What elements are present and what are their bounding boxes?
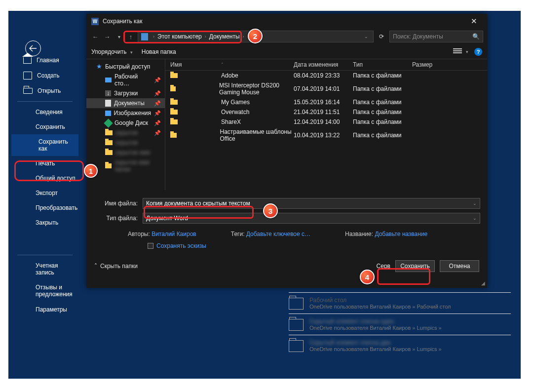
nav-options[interactable]: Параметры (8, 302, 81, 317)
tree-label: Загрузки (114, 90, 138, 97)
file-row[interactable]: My Games15.05.2019 16:14Папка с файлами (165, 97, 487, 107)
nav-open[interactable]: Открыть (8, 83, 81, 98)
new-folder-button[interactable]: Новая папка (142, 48, 176, 55)
chevron-down-icon[interactable]: ⌄ (473, 201, 477, 206)
recent-list: Рабочий столOneDrive пользователя Витали… (289, 285, 521, 356)
hide-folders-button[interactable]: ˄Скрыть папки (94, 263, 138, 270)
nav-feedback[interactable]: Отзывы и предложения (8, 280, 81, 302)
nav-label: Открыть (38, 87, 61, 94)
chevron-up-icon: ˄ (94, 263, 97, 270)
filename-input[interactable]: Копия документа со скрытым текстом⌄ (143, 198, 480, 209)
nav-label: Закрыть (36, 219, 58, 226)
dialog-titlebar: W Сохранить как ✕ (86, 14, 487, 29)
search-input[interactable]: Поиск: Документы 🔍 (389, 31, 483, 42)
nav-save-as[interactable]: Сохранить как (11, 134, 78, 156)
col-size[interactable]: Размер (412, 61, 447, 68)
tags-value[interactable]: Добавьте ключевое с… (246, 231, 310, 237)
breadcrumb-pc[interactable]: Этот компьютер (157, 33, 202, 40)
title-label: Название: (345, 231, 373, 237)
authors-value[interactable]: Виталий Каиров (152, 231, 196, 237)
nav-info[interactable]: Сведения (8, 105, 81, 119)
tree-documents[interactable]: Документы📌 (86, 98, 165, 108)
chevron-right-icon: › (241, 34, 246, 39)
address-bar[interactable]: › Этот компьютер › Документы › ⌄ (138, 31, 374, 42)
recent-item[interactable]: Скрытый элемент списка одинOneDrive поль… (289, 314, 511, 335)
file-row[interactable]: Adobe08.04.2019 23:33Папка с файлами (165, 71, 487, 80)
folder-icon (170, 73, 178, 78)
nav-label: Создать (37, 72, 60, 79)
save-form: Имя файла: Копия документа со скрытым те… (86, 190, 487, 254)
file-row[interactable]: Настраиваемые шаблоны Office10.04.2019 1… (165, 127, 487, 144)
tree-desktop[interactable]: Рабочий сто…📌 (86, 72, 165, 88)
save-button[interactable]: Сохранить (395, 260, 435, 272)
file-type: Папка с файлами (353, 109, 412, 116)
title-value[interactable]: Добавьте название (375, 231, 427, 237)
chevron-down-icon[interactable]: ⌄ (362, 34, 370, 39)
tree-item-blurred[interactable]: скрытое имя папки (86, 157, 165, 174)
folder-icon (170, 133, 177, 138)
tree-item-blurred[interactable]: скрытое📌 (86, 128, 165, 138)
chevron-right-icon: › (203, 34, 208, 39)
tree-pictures[interactable]: Изображения📌 (86, 108, 165, 118)
tree-label: скрытое имя (115, 149, 150, 156)
tree-item-blurred[interactable]: скрытое имя (86, 148, 165, 157)
nav-forward-button[interactable]: → (102, 33, 112, 40)
file-name: MSI Interceptor DS200 Gaming Mouse (219, 82, 294, 96)
filetype-row: Тип файла: Документ Word⌄ (93, 213, 480, 224)
nav-share[interactable]: Общий доступ (8, 171, 81, 186)
recent-path: OneDrive пользователя Виталий Каиров » L… (309, 346, 442, 352)
nav-print[interactable]: Печать (8, 156, 81, 171)
file-row[interactable]: MSI Interceptor DS200 Gaming Mouse07.04.… (165, 80, 487, 97)
filename-row: Имя файла: Копия документа со скрытым те… (93, 198, 480, 209)
file-date: 07.04.2019 14:01 (294, 85, 353, 92)
folder-icon (105, 150, 113, 155)
gdrive-icon (104, 118, 113, 127)
recent-item[interactable]: Скрытый элемент списка дваOneDrive польз… (289, 335, 511, 356)
star-icon: ★ (96, 63, 102, 70)
col-type[interactable]: Тип (353, 61, 412, 68)
tree-quick-access[interactable]: ★Быстрый доступ (86, 61, 165, 72)
resize-grip-icon[interactable]: ◢ (481, 280, 485, 286)
nav-close[interactable]: Закрыть (8, 215, 81, 230)
folder-icon (170, 110, 178, 115)
tree-gdrive[interactable]: Google Диск📌 (86, 118, 165, 128)
nav-home[interactable]: Главная (8, 53, 81, 68)
nav-history-button[interactable]: ▾ (114, 34, 124, 39)
nav-export[interactable]: Экспорт (8, 186, 81, 200)
view-button[interactable]: ▾ (453, 48, 470, 55)
file-row[interactable]: Overwatch21.04.2019 11:51Папка с файлами (165, 107, 487, 117)
recent-title: Скрытый элемент списка два (309, 339, 442, 346)
list-view-icon (453, 48, 462, 55)
recent-item[interactable]: Рабочий столOneDrive пользователя Витали… (289, 292, 511, 314)
file-name: ShareX (221, 118, 241, 125)
tree-downloads[interactable]: ↓Загрузки📌 (86, 88, 165, 98)
col-name[interactable]: Имя˄ (170, 61, 294, 68)
cancel-button[interactable]: Отмена (440, 260, 479, 272)
nav-label: Сохранить как (38, 138, 74, 152)
pin-icon: 📌 (154, 130, 161, 136)
nav-back-button[interactable]: ← (90, 33, 100, 40)
chevron-down-icon[interactable]: ⌄ (473, 216, 477, 221)
tree-item-blurred[interactable]: скрытое (86, 138, 165, 148)
nav-transform[interactable]: Преобразовать (8, 200, 81, 215)
nav-up-button[interactable]: ↑ (126, 33, 136, 40)
col-date[interactable]: Дата изменения (294, 61, 353, 68)
nav-label: Сведения (36, 109, 63, 116)
organize-button[interactable]: Упорядочить ▾ (91, 48, 135, 55)
tools-button[interactable]: Серв (377, 263, 390, 270)
nav-account[interactable]: Учетная запись (8, 258, 81, 280)
file-row[interactable]: ShareX12.04.2019 14:00Папка с файлами (165, 117, 487, 127)
pc-icon (141, 33, 148, 40)
help-button[interactable]: ? (474, 48, 482, 56)
close-button[interactable]: ✕ (466, 16, 482, 27)
save-thumbnails-row[interactable]: Сохранять эскизы (93, 242, 480, 249)
checkbox-icon[interactable] (148, 243, 153, 249)
nav-new[interactable]: Создать (8, 68, 81, 83)
nav-save[interactable]: Сохранить (8, 119, 81, 134)
breadcrumb-documents[interactable]: Документы (209, 33, 240, 40)
filetype-select[interactable]: Документ Word⌄ (143, 213, 480, 224)
tree-label: Google Диск (115, 119, 148, 126)
refresh-button[interactable]: ⟳ (376, 33, 387, 40)
file-name: Overwatch (221, 109, 249, 116)
dialog-title: Сохранить как (103, 18, 142, 25)
